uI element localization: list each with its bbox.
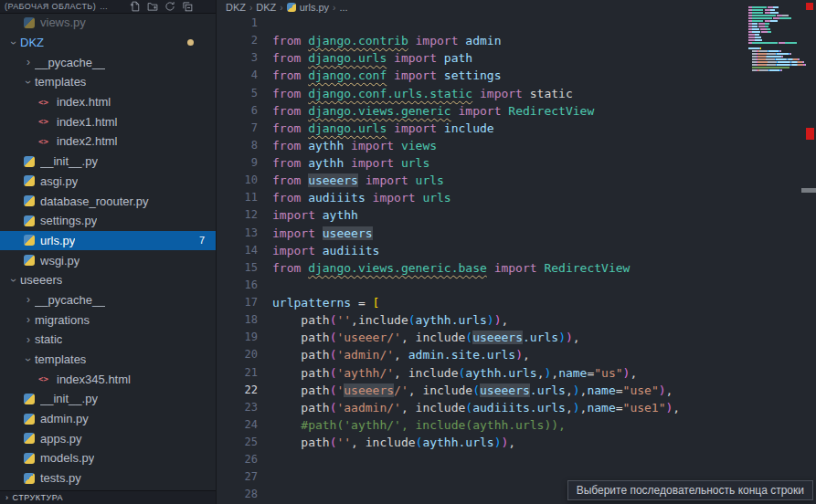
line-number[interactable]: 27 [217, 468, 272, 486]
outline-section-header[interactable]: › СТРУКТУРА [0, 490, 216, 504]
line-number[interactable]: 1 [217, 15, 272, 32]
code-line-10[interactable]: 10from useeers import urls [217, 172, 747, 189]
tree-item-templates[interactable]: ›templates [0, 72, 216, 92]
line-number[interactable]: 26 [217, 451, 272, 468]
tree-item--pycache-[interactable]: ›__pycache__ [0, 290, 216, 310]
tree-item-asgi-py[interactable]: asgi.py [0, 172, 216, 192]
line-number[interactable]: 8 [217, 137, 272, 154]
workspace-section-header[interactable]: (РАБОЧАЯ ОБЛАСТЬ) … [0, 0, 216, 14]
line-number[interactable]: 4 [217, 67, 272, 84]
code-line-17[interactable]: 17urlpatterns = [ [217, 294, 747, 311]
line-text: path('useeers/', include(useeers.urls,),… [272, 382, 673, 399]
explorer-sidebar: (РАБОЧАЯ ОБЛАСТЬ) … views.py›DKZ›__pycac… [0, 0, 217, 504]
tree-item-models-py[interactable]: models.py [0, 448, 216, 468]
tree-item-database-roouter-py[interactable]: database_roouter.py [0, 191, 216, 211]
code-line-20[interactable]: 20 path('admin/', admin.site.urls), [217, 346, 747, 363]
tree-item-migrations[interactable]: ›migrations [0, 310, 216, 330]
tree-item-static[interactable]: ›static [0, 330, 216, 350]
minimap-line [748, 42, 801, 45]
tree-item-index1-html[interactable]: <>index1.html [0, 111, 216, 131]
code-line-26[interactable]: 26 [217, 451, 747, 468]
minimap[interactable] [748, 4, 801, 80]
tree-item-label: tests.py [40, 471, 81, 485]
code-line-18[interactable]: 18 path('',include(aythh.urls)), [217, 311, 747, 329]
tree-item-views-py[interactable]: views.py [0, 13, 216, 33]
code-line-23[interactable]: 23 path('aadmin/', include(audiiits.urls… [217, 399, 747, 416]
code-line-21[interactable]: 21 path('aythh/', include(aythh.urls,),n… [217, 364, 747, 382]
collapse-all-icon[interactable] [182, 1, 193, 12]
code-line-5[interactable]: 5from django.conf.urls.static import sta… [217, 85, 747, 102]
tree-item-label: settings.py [40, 214, 97, 227]
tree-item-useeers[interactable]: ›useeers [0, 270, 216, 290]
code-line-2[interactable]: 2from django.contrib import admin [217, 32, 747, 49]
tree-item--init-py[interactable]: __init__.py [0, 152, 216, 172]
code-line-4[interactable]: 4from django.conf import settings [217, 67, 747, 84]
overview-ruler[interactable] [803, 0, 816, 504]
line-number[interactable]: 13 [217, 225, 272, 242]
tree-item-settings-py[interactable]: settings.py [0, 211, 216, 231]
line-number[interactable]: 5 [217, 85, 272, 102]
breadcrumb-item[interactable]: ... [339, 2, 347, 13]
refresh-icon[interactable] [164, 1, 175, 12]
tree-item-urls-py[interactable]: urls.py7 [0, 231, 216, 251]
new-folder-icon[interactable] [147, 1, 158, 12]
tree-item-templates[interactable]: ›templates [0, 350, 216, 370]
line-number[interactable]: 6 [217, 102, 272, 120]
tree-item-index345-html[interactable]: <>index345.html [0, 369, 216, 389]
tree-item-index2-html[interactable]: <>index2.html [0, 131, 216, 152]
line-number[interactable]: 24 [217, 416, 272, 434]
code-line-14[interactable]: 14import audiiits [217, 242, 747, 259]
line-number[interactable]: 15 [217, 259, 272, 277]
code-line-25[interactable]: 25 path('', include(aythh.urls)), [217, 434, 747, 451]
breadcrumb-item[interactable]: DKZ [256, 2, 276, 13]
tree-item-admin-py[interactable]: admin.py [0, 409, 216, 429]
code-editor[interactable]: DKZ›DKZ›urls.py›... 12from django.contri… [217, 0, 816, 504]
line-number[interactable]: 3 [217, 49, 272, 67]
code-line-22[interactable]: 22 path('useeers/', include(useeers.urls… [217, 382, 747, 399]
py-file-icon [24, 195, 35, 206]
line-number[interactable]: 23 [217, 399, 272, 416]
line-number[interactable]: 7 [217, 120, 272, 137]
code-line-24[interactable]: 24 #path('aythh/', include(aythh.urls)), [217, 416, 747, 434]
code-line-6[interactable]: 6from django.views.generic import Redire… [217, 102, 747, 120]
html-file-icon: <> [38, 97, 51, 108]
line-number[interactable]: 28 [217, 486, 272, 503]
line-number[interactable]: 20 [217, 346, 272, 363]
code-area[interactable]: 12from django.contrib import admin3from … [217, 15, 747, 504]
tree-item-dkz[interactable]: ›DKZ [0, 33, 216, 53]
line-number[interactable]: 9 [217, 154, 272, 172]
code-line-1[interactable]: 1 [217, 15, 747, 32]
line-number[interactable]: 21 [217, 364, 272, 382]
code-line-19[interactable]: 19 path('useeer/', include(useeers.urls)… [217, 329, 747, 346]
line-number[interactable]: 18 [217, 311, 272, 329]
tree-item-wsgi-py[interactable]: wsgi.py [0, 250, 216, 270]
line-number[interactable]: 2 [217, 32, 272, 49]
line-number[interactable]: 14 [217, 242, 272, 259]
code-line-16[interactable]: 16 [217, 277, 747, 294]
more-actions-button[interactable]: … [100, 2, 108, 11]
code-line-8[interactable]: 8from aythh import views [217, 137, 747, 154]
tree-item--init-py[interactable]: __init__.py [0, 389, 216, 409]
line-number[interactable]: 25 [217, 434, 272, 451]
code-line-3[interactable]: 3from django.urls import path [217, 49, 747, 67]
line-number[interactable]: 16 [217, 277, 272, 294]
code-line-7[interactable]: 7from django.urls import include [217, 120, 747, 137]
line-number[interactable]: 10 [217, 172, 272, 189]
new-file-icon[interactable] [130, 1, 141, 12]
line-number[interactable]: 19 [217, 329, 272, 346]
breadcrumb-item[interactable]: DKZ [226, 2, 246, 13]
tree-item-index-html[interactable]: <>index.html [0, 92, 216, 112]
line-number[interactable]: 22 [217, 382, 272, 399]
code-line-12[interactable]: 12import aythh [217, 206, 747, 224]
tree-item-apps-py[interactable]: apps.py [0, 428, 216, 448]
code-line-15[interactable]: 15from django.views.generic.base import … [217, 259, 747, 277]
line-number[interactable]: 11 [217, 189, 272, 206]
line-number[interactable]: 12 [217, 206, 272, 224]
breadcrumb-item[interactable]: urls.py [287, 2, 329, 13]
line-number[interactable]: 17 [217, 294, 272, 311]
tree-item-tests-py[interactable]: tests.py [0, 468, 216, 488]
code-line-11[interactable]: 11from audiiits import urls [217, 189, 747, 206]
code-line-9[interactable]: 9from aythh import urls [217, 154, 747, 172]
tree-item--pycache-[interactable]: ›__pycache__ [0, 52, 216, 72]
code-line-13[interactable]: 13import useeers [217, 225, 747, 242]
